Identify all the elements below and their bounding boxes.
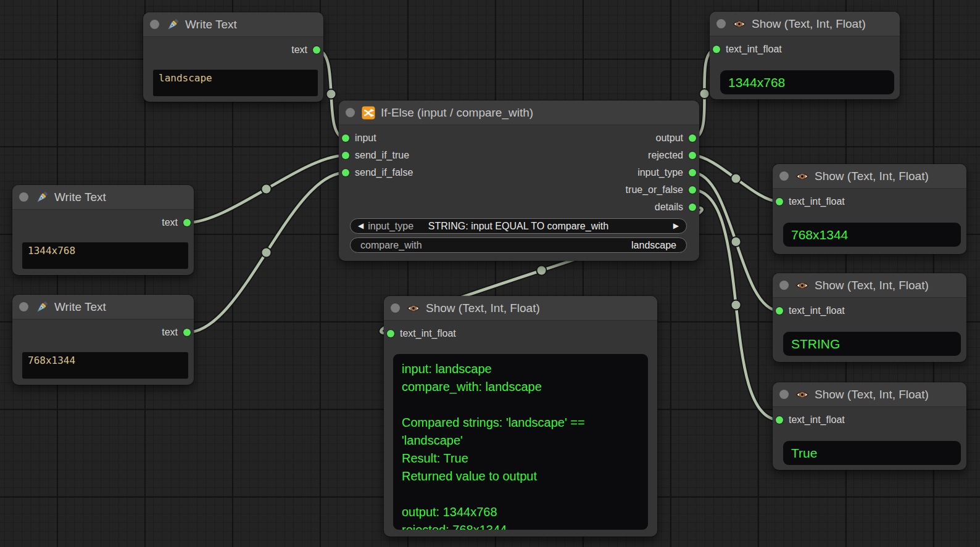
input-slot-label: text_int_float	[789, 195, 845, 208]
node-title-bar: Write Text	[12, 185, 194, 210]
collapse-dot-icon[interactable]	[150, 20, 159, 29]
input-port-input[interactable]	[342, 134, 349, 142]
wire-midpoint-dot	[262, 184, 272, 194]
combo-right-arrow-icon[interactable]: ▶	[673, 219, 686, 233]
input_type-combo[interactable]: ◀input_typeSTRING: input EQUAL TO compar…	[350, 218, 687, 234]
eye-icon	[795, 170, 809, 183]
output-port-text[interactable]	[313, 46, 320, 54]
output-port-true_or_false[interactable]	[689, 186, 696, 194]
wire-midpoint-dot	[700, 89, 710, 99]
collapse-dot-icon[interactable]	[346, 108, 355, 117]
collapse-dot-icon[interactable]	[779, 390, 789, 399]
node-write-text-2[interactable]: Write Texttext1344x768	[12, 185, 194, 275]
eye-icon	[733, 17, 746, 31]
value-display: 1344x768	[720, 70, 894, 94]
collapse-dot-icon[interactable]	[779, 281, 789, 290]
value-display: input: landscape compare_with: landscape…	[393, 354, 648, 530]
output-port-output[interactable]	[689, 134, 696, 142]
eye-icon	[795, 388, 809, 401]
wire-midpoint-dot	[731, 174, 741, 184]
node-graph-canvas[interactable]: Write TexttextlandscapeWrite Texttext134…	[0, 0, 980, 547]
input-port-text_int_float[interactable]	[713, 46, 720, 53]
node-title: If-Else (input / compare_with)	[381, 101, 533, 125]
output-port-rejected[interactable]	[689, 152, 696, 159]
pen-icon	[35, 300, 49, 314]
node-title-bar: If-Else (input / compare_with)	[339, 101, 699, 125]
node-title: Show (Text, Int, Float)	[426, 296, 540, 320]
wire-midpoint-dot	[262, 248, 272, 258]
node-write-text-3[interactable]: Write Texttext768x1344	[12, 295, 194, 385]
output-port-details[interactable]	[689, 204, 696, 211]
node-title: Write Text	[185, 12, 237, 36]
node-title-bar: Show (Text, Int, Float)	[384, 296, 657, 321]
node-title-bar: Show (Text, Int, Float)	[773, 382, 966, 407]
text-area[interactable]: 768x1344	[22, 352, 188, 379]
node-show-true-or-false[interactable]: Show (Text, Int, Float)text_int_floatTru…	[773, 382, 966, 470]
node-show-rejected[interactable]: Show (Text, Int, Float)text_int_float768…	[773, 164, 966, 254]
pen-icon	[35, 191, 49, 204]
value-display: 768x1344	[783, 223, 961, 247]
node-title: Write Text	[54, 185, 106, 209]
field-value: landscape	[631, 240, 676, 251]
value-display: True	[783, 441, 961, 465]
wire-midpoint-dot	[731, 300, 741, 310]
output-slot-label: input_type	[637, 167, 683, 179]
text-area[interactable]: landscape	[153, 70, 318, 96]
output-slot-label: details	[655, 201, 683, 213]
input-port-send_if_true[interactable]	[342, 152, 349, 159]
output-port-text[interactable]	[183, 329, 191, 336]
node-title: Show (Text, Int, Float)	[815, 382, 929, 406]
node-show-input-type[interactable]: Show (Text, Int, Float)text_int_floatSTR…	[773, 273, 966, 362]
input-slot-label: send_if_true	[355, 149, 409, 162]
compare_with-field[interactable]: compare_withlandscape	[350, 237, 687, 253]
input-slot-label: input	[355, 132, 376, 144]
eye-icon	[407, 302, 420, 315]
pen-icon	[166, 18, 180, 31]
collapse-dot-icon[interactable]	[779, 171, 789, 181]
node-title-bar: Write Text	[143, 12, 323, 37]
node-title-bar: Show (Text, Int, Float)	[773, 164, 966, 189]
collapse-dot-icon[interactable]	[19, 302, 28, 311]
combo-label: input_type	[368, 221, 413, 232]
node-if-else[interactable]: If-Else (input / compare_with)inputsend_…	[339, 101, 699, 261]
output-port-input_type[interactable]	[689, 169, 696, 176]
input-port-text_int_float[interactable]	[776, 198, 783, 205]
node-title-bar: Show (Text, Int, Float)	[710, 12, 900, 36]
combo-left-arrow-icon[interactable]: ◀	[351, 219, 363, 233]
output-slot-label: text	[291, 44, 307, 56]
node-title: Show (Text, Int, Float)	[815, 164, 929, 188]
output-slot-label: rejected	[648, 149, 683, 162]
input-slot-label: text_int_float	[789, 305, 845, 317]
field-label: compare_with	[360, 240, 422, 251]
input-slot-label: text_int_float	[726, 43, 782, 56]
node-write-text-1[interactable]: Write Texttextlandscape	[143, 12, 323, 102]
text-area[interactable]: 1344x768	[22, 242, 188, 269]
collapse-dot-icon[interactable]	[391, 303, 400, 313]
input-slot-label: send_if_false	[355, 167, 413, 179]
wire-midpoint-dot	[326, 89, 336, 99]
node-show-output[interactable]: Show (Text, Int, Float)text_int_float134…	[710, 12, 900, 99]
output-slot-label: text	[162, 216, 178, 229]
wire-midpoint-dot	[537, 266, 547, 276]
input-slot-label: text_int_float	[789, 414, 845, 426]
input-port-text_int_float[interactable]	[387, 330, 394, 337]
output-slot-label: text	[162, 326, 178, 339]
input-port-text_int_float[interactable]	[776, 416, 783, 424]
shuffle-icon	[362, 106, 375, 120]
node-title-bar: Write Text	[12, 295, 194, 319]
output-slot-label: output	[656, 132, 683, 144]
node-title-bar: Show (Text, Int, Float)	[773, 273, 966, 298]
collapse-dot-icon[interactable]	[19, 192, 28, 202]
input-port-send_if_false[interactable]	[342, 169, 349, 176]
collapse-dot-icon[interactable]	[716, 19, 726, 28]
input-slot-label: text_int_float	[400, 327, 456, 340]
node-show-details[interactable]: Show (Text, Int, Float)text_int_floatinp…	[384, 296, 657, 537]
eye-icon	[795, 279, 809, 292]
output-slot-label: true_or_false	[626, 184, 683, 196]
value-display: STRING	[783, 332, 961, 356]
wire-midpoint-dot	[731, 237, 741, 247]
node-title: Show (Text, Int, Float)	[815, 273, 929, 297]
node-title: Show (Text, Int, Float)	[752, 12, 866, 36]
input-port-text_int_float[interactable]	[776, 307, 783, 315]
output-port-text[interactable]	[183, 219, 191, 226]
